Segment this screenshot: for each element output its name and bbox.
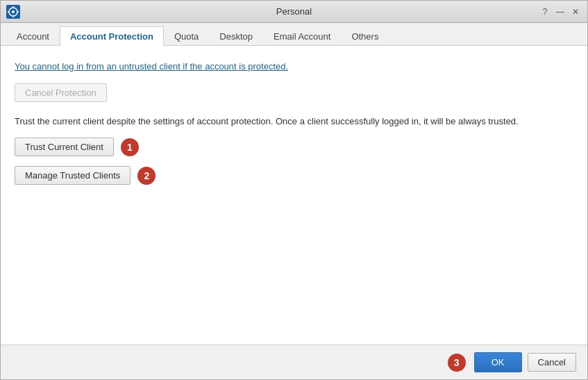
tab-account-protection[interactable]: Account Protection: [60, 26, 164, 46]
badge-3: 3: [448, 354, 466, 372]
content-area: You cannot log in from an untrusted clie…: [1, 46, 587, 345]
untrusted-client-link: untrusted client: [119, 61, 180, 72]
badge-1: 1: [121, 138, 139, 156]
minimize-button[interactable]: —: [554, 6, 566, 18]
window-title: Personal: [276, 6, 312, 17]
badge-2: 2: [137, 167, 156, 185]
close-button[interactable]: ✕: [569, 6, 582, 18]
titlebar: Personal ? — ✕: [1, 1, 587, 23]
tab-others[interactable]: Others: [341, 26, 389, 46]
help-button[interactable]: ?: [539, 6, 551, 18]
tabs-bar: Account Account Protection Quota Desktop…: [1, 23, 587, 46]
info-text-suffix: if the account is protected.: [180, 61, 288, 72]
trust-client-row: Trust Current Client 1: [15, 138, 573, 156]
tab-desktop[interactable]: Desktop: [209, 26, 263, 46]
app-icon: [6, 5, 20, 19]
footer-right: 3 OK Cancel: [448, 352, 576, 372]
info-text-prefix: You cannot log in from an: [15, 61, 119, 72]
cancel-protection-button[interactable]: Cancel Protection: [15, 83, 107, 102]
tab-quota[interactable]: Quota: [164, 26, 209, 46]
ok-button[interactable]: OK: [474, 352, 522, 372]
description-text: Trust the current client despite the set…: [15, 115, 573, 129]
manage-trusted-clients-button[interactable]: Manage Trusted Clients: [15, 166, 131, 185]
manage-clients-row: Manage Trusted Clients 2: [15, 166, 573, 185]
trust-current-client-button[interactable]: Trust Current Client: [15, 138, 114, 156]
cancel-button[interactable]: Cancel: [528, 353, 576, 372]
window-controls: ? — ✕: [539, 6, 582, 18]
tab-email-account[interactable]: Email Account: [263, 26, 341, 46]
tab-account[interactable]: Account: [6, 26, 60, 46]
info-paragraph: You cannot log in from an untrusted clie…: [15, 60, 573, 74]
svg-point-2: [12, 10, 15, 13]
footer: 3 OK Cancel: [1, 345, 587, 379]
main-window: Personal ? — ✕ Account Account Protectio…: [0, 0, 588, 380]
